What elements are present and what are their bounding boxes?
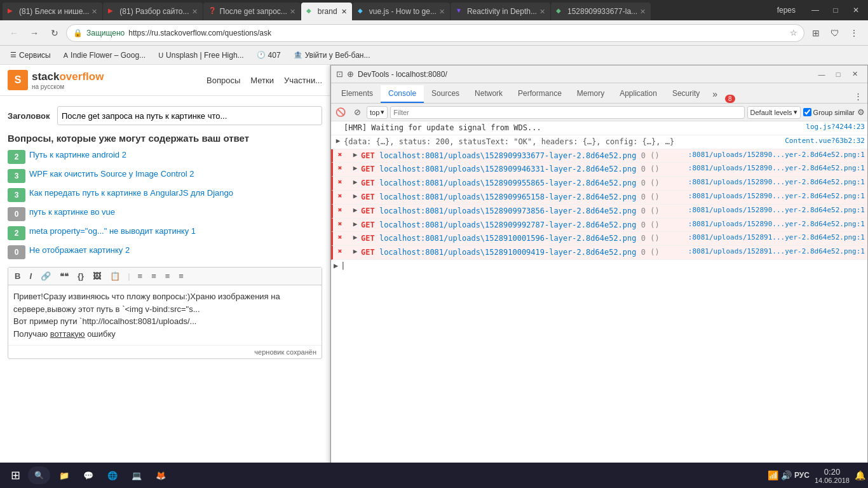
devtools-tab-performance[interactable]: Performance xyxy=(510,85,569,103)
bookmark-item[interactable]: ☰Сервисы xyxy=(5,50,56,61)
close-button[interactable]: ✕ xyxy=(846,4,865,17)
error-url[interactable]: localhost:8081/uploads\1528909992787-lay… xyxy=(379,220,637,229)
back-button[interactable]: ← xyxy=(5,24,23,42)
so-question-link[interactable]: Не отображает картинку 2 xyxy=(29,245,130,255)
devtools-minimize-button[interactable]: — xyxy=(814,69,829,80)
editor-link-button[interactable]: 🔗 xyxy=(38,270,53,282)
star-icon[interactable]: ☆ xyxy=(790,28,797,37)
expand-arrow-icon[interactable]: ▶ xyxy=(351,192,360,200)
expand-arrow-icon[interactable]: ▶ xyxy=(351,233,360,241)
so-question-link[interactable]: Путь к картинке android 2 xyxy=(29,150,126,159)
error-url[interactable]: localhost:8081/uploads\1528909933677-lay… xyxy=(379,151,637,160)
so-question-link[interactable]: Как передать путь к картинке в AngularJS… xyxy=(29,188,233,198)
editor-italic-button[interactable]: I xyxy=(27,270,34,282)
devtools-tab-sources[interactable]: Sources xyxy=(424,85,467,103)
devtools-tab-memory[interactable]: Memory xyxy=(569,85,612,103)
console-error-location[interactable]: :8081/uploads/152890...yer-2.8d64e52.png… xyxy=(688,178,865,186)
devtools-settings-icon[interactable]: ⚙ xyxy=(857,107,865,117)
bookmark-item[interactable]: UUnsplash | Free High... xyxy=(153,50,248,61)
devtools-filter-input[interactable] xyxy=(390,106,744,119)
devtools-group-similar-checkbox[interactable]: Group similar xyxy=(803,108,855,116)
devtools-inspect-icon[interactable]: ⊕ xyxy=(347,69,354,79)
browser-tab-tab1[interactable]: ▶(81) Блеск и нише...✕ xyxy=(3,3,102,20)
so-question-link[interactable]: WPF как очистить Source у Image Control … xyxy=(29,169,194,179)
console-error-location[interactable]: :8081/uploads/152891...yer-2.8d64e52.png… xyxy=(688,247,865,255)
taskbar-app-chrome[interactable]: 🌐 xyxy=(101,464,124,487)
devtools-dock-icon[interactable]: ⊡ xyxy=(336,69,343,79)
expand-arrow-icon[interactable]: ▶ xyxy=(351,151,360,159)
editor-indent-button[interactable]: ≡ xyxy=(163,270,173,282)
expand-arrow-icon[interactable]: ▶ xyxy=(351,247,360,255)
editor-image-button[interactable]: 🖼 xyxy=(90,270,104,282)
bookmark-item[interactable]: 🏦Увійти у Веб-бан... xyxy=(288,50,376,61)
taskbar-app-vscode[interactable]: 💻 xyxy=(125,464,148,487)
expand-arrow-icon[interactable]: ▶ xyxy=(351,220,360,228)
error-url[interactable]: localhost:8081/uploads\1528910001596-lay… xyxy=(379,234,637,243)
editor-clipboard-button[interactable]: 📋 xyxy=(107,270,123,282)
minimize-button[interactable]: — xyxy=(806,4,825,17)
devtools-more-button[interactable]: » xyxy=(707,85,722,103)
editor-ul-button[interactable]: ≡ xyxy=(149,270,159,282)
editor-outdent-button[interactable]: ≡ xyxy=(176,270,186,282)
so-nav-questions[interactable]: Вопросы xyxy=(207,76,240,85)
error-url[interactable]: localhost:8081/uploads\1528910009419-lay… xyxy=(379,248,637,257)
editor-blockquote-button[interactable]: ❝❝ xyxy=(57,270,71,282)
devtools-tab-security[interactable]: Security xyxy=(665,85,707,103)
so-nav-tags[interactable]: Метки xyxy=(250,76,274,85)
devtools-tab-settings-icon[interactable]: ⋮ xyxy=(851,89,865,103)
console-location[interactable]: log.js?4244:23 xyxy=(806,123,865,131)
forward-button[interactable]: → xyxy=(25,24,43,42)
browser-tab-tab7[interactable]: ◆1528909933677-la...✕ xyxy=(551,3,651,20)
editor-bold-button[interactable]: B xyxy=(12,270,23,282)
so-question-link[interactable]: meta property="og..." не выводит картинк… xyxy=(29,226,196,236)
devtools-tab-console[interactable]: Console xyxy=(381,85,424,103)
browser-tab-tab2[interactable]: ▶(81) Разбор сайто...✕ xyxy=(103,3,202,20)
editor-ol-button[interactable]: ≡ xyxy=(135,270,146,282)
console-error-location[interactable]: :8081/uploads/152890...yer-2.8d64e52.png… xyxy=(688,220,865,228)
expand-arrow-icon[interactable]: ▶ xyxy=(351,206,360,214)
expand-arrow-icon[interactable]: ▶ xyxy=(351,178,360,186)
bookmark-item[interactable]: 🕐407 xyxy=(252,50,286,61)
error-url[interactable]: localhost:8081/uploads\1528909965158-lay… xyxy=(379,193,637,201)
taskbar-app-file-explorer[interactable]: 📁 xyxy=(53,464,76,487)
expand-arrow-icon[interactable]: ▶ xyxy=(351,164,360,172)
console-error-location[interactable]: :8081/uploads/152890...yer-2.8d64e52.png… xyxy=(688,151,865,159)
devtools-context-dropdown[interactable]: top ▾ xyxy=(367,106,388,119)
editor-code-button[interactable]: {} xyxy=(75,270,86,282)
so-editor-body[interactable]: Привет!Сразу извиняюсь что пложу вопросы… xyxy=(8,285,322,345)
console-error-location[interactable]: :8081/uploads/152890...yer-2.8d64e52.png… xyxy=(688,192,865,200)
so-nav-users[interactable]: Участни... xyxy=(284,76,322,85)
taskbar-search[interactable]: 🔍 xyxy=(28,466,50,484)
error-url[interactable]: localhost:8081/uploads\1528909946331-lay… xyxy=(379,165,637,173)
error-url[interactable]: localhost:8081/uploads\1528909955865-lay… xyxy=(379,179,637,187)
console-error-location[interactable]: :8081/uploads/152890...yer-2.8d64e52.png… xyxy=(688,164,865,172)
console-input[interactable]: | xyxy=(341,261,345,270)
shield-icon[interactable]: 🛡 xyxy=(826,24,844,42)
reload-button[interactable]: ↻ xyxy=(46,24,64,42)
devtools-console[interactable]: [HMR] Waiting for update signal from WDS… xyxy=(331,121,867,487)
console-expand-icon[interactable]: ▶ xyxy=(334,137,342,145)
devtools-close-button[interactable]: ✕ xyxy=(847,69,862,80)
taskbar-app-discord[interactable]: 💬 xyxy=(77,464,100,487)
devtools-filter-icon[interactable]: ⊘ xyxy=(350,105,364,119)
devtools-tab-elements[interactable]: Elements xyxy=(334,85,381,103)
taskbar-app-firefox[interactable]: 🦊 xyxy=(149,464,172,487)
so-question-link[interactable]: путь к картинке во vue xyxy=(29,207,115,217)
taskbar-notification-icon[interactable]: 🔔 xyxy=(855,470,865,480)
extensions-button[interactable]: ⊞ xyxy=(807,24,825,42)
so-form-input[interactable] xyxy=(57,106,322,125)
console-location[interactable]: Content.vue?63b2:32 xyxy=(785,137,865,145)
devtools-ban-icon[interactable]: 🚫 xyxy=(334,105,348,119)
devtools-levels-dropdown[interactable]: Default levels ▾ xyxy=(747,106,801,119)
browser-tab-tab6[interactable]: ▼Reactivity in Depth...✕ xyxy=(451,3,550,20)
maximize-button[interactable]: □ xyxy=(826,4,845,17)
browser-tab-tab4[interactable]: ◆brand✕ xyxy=(301,3,352,20)
browser-tab-tab3[interactable]: ❓После get запрос...✕ xyxy=(203,3,301,20)
devtools-tab-network[interactable]: Network xyxy=(467,85,510,103)
error-url[interactable]: localhost:8081/uploads\1528909973856-lay… xyxy=(379,207,637,215)
console-error-location[interactable]: :8081/uploads/152891...yer-2.8d64e52.png… xyxy=(688,233,865,241)
settings-button[interactable]: ⋮ xyxy=(845,24,863,42)
start-button[interactable]: ⊞ xyxy=(3,463,28,488)
browser-tab-tab5[interactable]: ◆vue.js - How to ge...✕ xyxy=(353,3,450,20)
console-error-location[interactable]: :8081/uploads/152890...yer-2.8d64e52.png… xyxy=(688,206,865,214)
